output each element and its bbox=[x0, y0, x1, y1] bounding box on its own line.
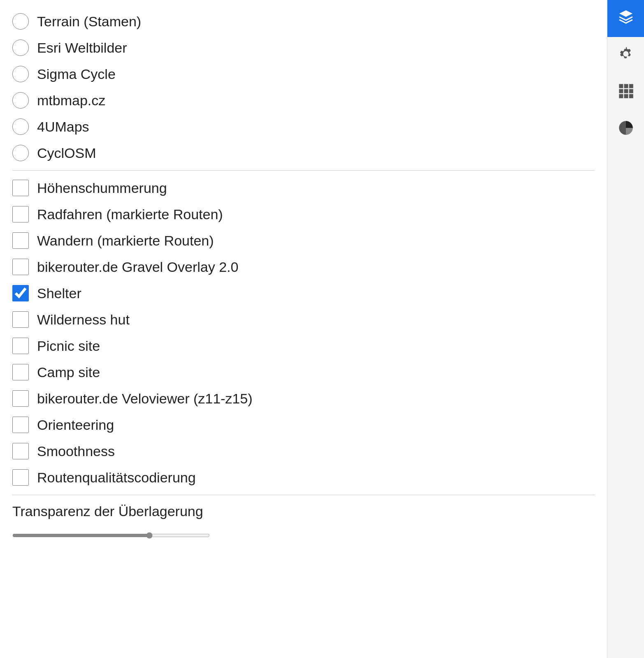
radio-label-esri_weltbilder: Esri Weltbilder bbox=[37, 40, 127, 56]
radio-item-4umaps[interactable]: 4UMaps bbox=[12, 114, 595, 140]
layers-icon bbox=[618, 9, 634, 29]
divider-1 bbox=[12, 170, 595, 171]
checkbox-item-smoothness[interactable]: Smoothness bbox=[12, 438, 595, 464]
transparency-slider[interactable] bbox=[12, 533, 210, 538]
checkbox-item-shelter[interactable]: Shelter bbox=[12, 280, 595, 306]
checkbox-item-hohenschummerung[interactable]: Höhenschummerung bbox=[12, 175, 595, 201]
svg-rect-6 bbox=[629, 89, 633, 93]
checkbox-label-wilderness_hut: Wilderness hut bbox=[37, 312, 130, 328]
checkbox-shelter[interactable] bbox=[12, 285, 29, 301]
checkbox-item-wandern[interactable]: Wandern (markierte Routen) bbox=[12, 227, 595, 254]
checkbox-item-wilderness_hut[interactable]: Wilderness hut bbox=[12, 306, 595, 333]
radio-mtbmap_cz[interactable] bbox=[12, 92, 29, 109]
radio-sigma_cycle[interactable] bbox=[12, 66, 29, 82]
divider-2 bbox=[12, 495, 595, 495]
checkbox-label-shelter: Shelter bbox=[37, 285, 81, 301]
svg-rect-8 bbox=[624, 94, 628, 98]
checkbox-label-smoothness: Smoothness bbox=[37, 443, 115, 459]
checkbox-radfahren[interactable] bbox=[12, 206, 29, 222]
checkbox-orienteering[interactable] bbox=[12, 417, 29, 433]
main-container: Terrain (Stamen)Esri WeltbilderSigma Cyc… bbox=[0, 0, 644, 658]
radio-terrain_stamen[interactable] bbox=[12, 13, 29, 30]
checkbox-label-wandern: Wandern (markierte Routen) bbox=[37, 233, 214, 249]
radio-esri_weltbilder[interactable] bbox=[12, 39, 29, 56]
settings-icon bbox=[618, 46, 634, 66]
radio-label-mtbmap_cz: mtbmap.cz bbox=[37, 93, 105, 109]
grid-icon bbox=[618, 83, 634, 103]
radio-item-esri_weltbilder[interactable]: Esri Weltbilder bbox=[12, 35, 595, 61]
radio-label-sigma_cycle: Sigma Cycle bbox=[37, 66, 116, 82]
svg-rect-2 bbox=[624, 84, 628, 88]
radio-label-terrain_stamen: Terrain (Stamen) bbox=[37, 14, 141, 30]
svg-rect-3 bbox=[629, 84, 633, 88]
radio-group: Terrain (Stamen)Esri WeltbilderSigma Cyc… bbox=[12, 8, 595, 166]
slider-container bbox=[12, 528, 595, 543]
checkbox-hohenschummerung[interactable] bbox=[12, 180, 29, 196]
checkbox-label-radfahren: Radfahren (markierte Routen) bbox=[37, 206, 223, 222]
sidebar bbox=[607, 0, 644, 658]
pie-chart-icon bbox=[618, 120, 634, 140]
checkbox-bikerouter_gravel[interactable] bbox=[12, 259, 29, 275]
radio-label-cyclosm: CyclOSM bbox=[37, 145, 96, 161]
sidebar-btn-layers[interactable] bbox=[607, 0, 644, 37]
checkbox-label-picnic_site: Picnic site bbox=[37, 338, 100, 354]
svg-rect-5 bbox=[624, 89, 628, 93]
checkbox-label-routenqualitatscodierung: Routenqualitätscodierung bbox=[37, 470, 196, 486]
checkbox-camp_site[interactable] bbox=[12, 364, 29, 380]
checkbox-smoothness[interactable] bbox=[12, 443, 29, 459]
svg-rect-9 bbox=[629, 94, 633, 98]
transparency-label: Transparenz der Überlagerung bbox=[12, 503, 595, 519]
checkbox-item-camp_site[interactable]: Camp site bbox=[12, 359, 595, 385]
checkbox-bikerouter_veloviewer[interactable] bbox=[12, 390, 29, 407]
sidebar-btn-settings[interactable] bbox=[607, 37, 644, 74]
svg-rect-4 bbox=[619, 89, 623, 93]
transparency-section: Transparenz der Überlagerung bbox=[12, 503, 595, 543]
checkbox-item-bikerouter_gravel[interactable]: bikerouter.de Gravel Overlay 2.0 bbox=[12, 254, 595, 280]
checkbox-item-routenqualitatscodierung[interactable]: Routenqualitätscodierung bbox=[12, 464, 595, 491]
checkbox-label-orienteering: Orienteering bbox=[37, 417, 114, 433]
radio-4umaps[interactable] bbox=[12, 118, 29, 135]
svg-marker-0 bbox=[619, 10, 632, 17]
radio-label-4umaps: 4UMaps bbox=[37, 119, 89, 135]
radio-item-terrain_stamen[interactable]: Terrain (Stamen) bbox=[12, 8, 595, 35]
checkbox-label-bikerouter_veloviewer: bikerouter.de Veloviewer (z11-z15) bbox=[37, 391, 253, 407]
checkbox-wilderness_hut[interactable] bbox=[12, 311, 29, 328]
checkbox-picnic_site[interactable] bbox=[12, 338, 29, 354]
radio-cyclosm[interactable] bbox=[12, 145, 29, 161]
checkbox-label-bikerouter_gravel: bikerouter.de Gravel Overlay 2.0 bbox=[37, 259, 238, 275]
panel: Terrain (Stamen)Esri WeltbilderSigma Cyc… bbox=[0, 0, 607, 658]
checkbox-item-picnic_site[interactable]: Picnic site bbox=[12, 333, 595, 359]
sidebar-btn-pie-chart[interactable] bbox=[607, 111, 644, 148]
svg-rect-1 bbox=[619, 84, 623, 88]
checkbox-item-orienteering[interactable]: Orienteering bbox=[12, 412, 595, 438]
radio-item-mtbmap_cz[interactable]: mtbmap.cz bbox=[12, 87, 595, 114]
checkbox-routenqualitatscodierung[interactable] bbox=[12, 469, 29, 486]
sidebar-btn-grid[interactable] bbox=[607, 74, 644, 111]
svg-rect-7 bbox=[619, 94, 623, 98]
radio-item-cyclosm[interactable]: CyclOSM bbox=[12, 140, 595, 166]
radio-item-sigma_cycle[interactable]: Sigma Cycle bbox=[12, 61, 595, 87]
checkbox-group: HöhenschummerungRadfahren (markierte Rou… bbox=[12, 175, 595, 491]
checkbox-wandern[interactable] bbox=[12, 232, 29, 249]
checkbox-item-radfahren[interactable]: Radfahren (markierte Routen) bbox=[12, 201, 595, 227]
checkbox-label-hohenschummerung: Höhenschummerung bbox=[37, 180, 167, 196]
checkbox-item-bikerouter_veloviewer[interactable]: bikerouter.de Veloviewer (z11-z15) bbox=[12, 385, 595, 412]
checkbox-label-camp_site: Camp site bbox=[37, 364, 100, 380]
